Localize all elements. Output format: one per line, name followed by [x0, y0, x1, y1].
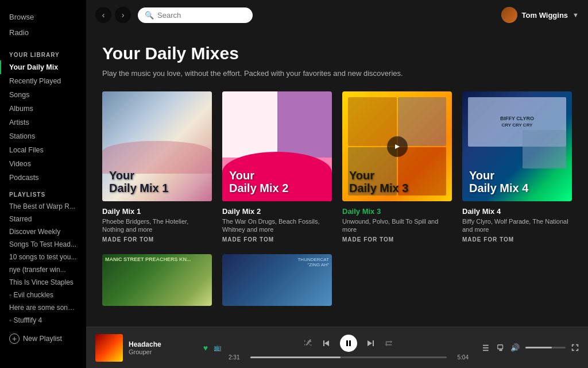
mixes-grid: YourDaily Mix 1 Daily Mix 1 Phoebe Bridg… — [102, 91, 572, 243]
svg-rect-2 — [483, 344, 489, 346]
sidebar-item-local-files[interactable]: Local Files — [0, 143, 86, 157]
page-subtitle: Play the music you love, without the eff… — [102, 69, 572, 78]
playlist-item-vince-staples[interactable]: This Is Vince Staples — [0, 276, 86, 289]
sidebar-item-radio[interactable]: Radio — [0, 25, 86, 40]
shuffle-button[interactable] — [304, 339, 312, 347]
playlist-item-10-songs[interactable]: 10 songs to test you... — [0, 251, 86, 263]
heart-icon[interactable]: ♥ — [203, 343, 208, 352]
fullscreen-icon[interactable] — [571, 344, 579, 351]
sidebar-item-podcasts[interactable]: Podcasts — [0, 171, 86, 185]
mix-3-made-for: MADE FOR TOM — [342, 236, 452, 243]
page-title: Your Daily Mixes — [102, 44, 572, 63]
mix-1-title: Daily Mix 1 — [102, 207, 212, 216]
volume-fill — [525, 347, 552, 348]
time-current: 2:31 — [229, 354, 246, 361]
player-track-name: Headache — [129, 340, 198, 348]
mix-2-artists: The War On Drugs, Beach Fossils, Whitney… — [222, 217, 332, 234]
playlists-section-label: PLAYLISTS — [0, 185, 86, 200]
queue-icon[interactable] — [483, 344, 491, 352]
chevron-down-icon: ▼ — [572, 12, 579, 18]
sidebar: Browse Radio YOUR LIBRARY Your Daily Mix… — [0, 0, 86, 368]
sidebar-nav: Browse Radio — [0, 0, 86, 45]
pause-button[interactable] — [340, 335, 357, 352]
mix-4-title: Daily Mix 4 — [462, 207, 572, 216]
back-button[interactable]: ‹ — [95, 7, 111, 23]
progress-track[interactable] — [250, 356, 447, 358]
sidebar-item-songs[interactable]: Songs — [0, 88, 86, 102]
player: Headache Grouper ♥ 📺 — [86, 327, 588, 368]
playlist-item-songs-test[interactable]: Songs To Test Head... — [0, 238, 86, 251]
mix-4-made-for: MADE FOR TOM — [462, 236, 572, 243]
mix-4-artists: Biffy Clyro, Wolf Parade, The National a… — [462, 217, 572, 234]
player-buttons — [304, 335, 393, 352]
user-name[interactable]: Tom Wiggins — [522, 11, 568, 20]
topbar-right: Tom Wiggins ▼ — [501, 7, 579, 23]
forward-button[interactable]: › — [115, 7, 131, 23]
device-picker-icon[interactable] — [497, 344, 505, 352]
avatar — [501, 7, 517, 23]
mix-3-artists: Unwound, Polvo, Built To Spill and more — [342, 217, 452, 234]
mix-card-4[interactable]: BIFFY CLYROCRY CRY CRY YourDaily Mix 4 D… — [462, 91, 572, 243]
mix-cover-2: YourDaily Mix 2 — [222, 91, 332, 201]
mix-2-label: YourDaily Mix 2 — [229, 169, 288, 194]
progress-fill — [250, 356, 341, 358]
sidebar-item-artists[interactable]: Artists — [0, 116, 86, 129]
player-right: 🔊 — [475, 343, 579, 352]
playlist-item-evil-chuckles[interactable]: ◦ Evil chuckles — [0, 289, 86, 301]
svg-rect-1 — [349, 340, 351, 346]
search-input[interactable] — [157, 11, 246, 20]
sidebar-item-recently-played[interactable]: Recently Played — [0, 74, 86, 88]
playlist-item-warp[interactable]: The Best of Warp R... — [0, 200, 86, 213]
new-playlist-button[interactable]: + New Playlist — [0, 329, 86, 348]
mix-cover-1: YourDaily Mix 1 — [102, 91, 212, 201]
sidebar-item-browse[interactable]: Browse — [0, 9, 86, 25]
mixes-grid-partial: MANIC STREET PREACHERS KN... THUNDERCAT"… — [102, 254, 572, 306]
sidebar-item-albums[interactable]: Albums — [0, 102, 86, 116]
playlist-item-nye[interactable]: nye (transfer win... — [0, 263, 86, 276]
volume-bar[interactable] — [525, 347, 566, 348]
playlist-item-discover[interactable]: Discover Weekly — [0, 225, 86, 238]
mix-3-title: Daily Mix 3 — [342, 207, 452, 216]
repeat-button[interactable] — [385, 339, 393, 347]
svg-rect-6 — [499, 349, 502, 351]
search-icon: 🔍 — [145, 11, 154, 20]
nav-arrows: ‹ › — [95, 7, 131, 23]
playlist-item-stufffify[interactable]: ◦ Stufffify 4 — [0, 314, 86, 327]
svg-rect-4 — [483, 350, 489, 351]
mix-1-made-for: MADE FOR TOM — [102, 236, 212, 243]
svg-rect-3 — [483, 347, 489, 348]
device-icon: 📺 — [214, 344, 222, 351]
mix-2-title: Daily Mix 2 — [222, 207, 332, 216]
svg-rect-5 — [498, 344, 503, 348]
time-total: 5:04 — [451, 354, 469, 361]
mix-card-2[interactable]: YourDaily Mix 2 Daily Mix 2 The War On D… — [222, 91, 332, 243]
mix-card-5-partial[interactable]: MANIC STREET PREACHERS KN... — [102, 254, 212, 306]
mix-card-3[interactable]: YourDaily Mix 3 Daily Mix 3 Unwound, Pol… — [342, 91, 452, 243]
sidebar-item-your-daily-mix[interactable]: Your Daily Mix — [0, 60, 86, 74]
player-track: Headache Grouper ♥ 📺 — [95, 334, 222, 362]
sidebar-item-videos[interactable]: Videos — [0, 157, 86, 171]
mix-card-1[interactable]: YourDaily Mix 1 Daily Mix 1 Phoebe Bridg… — [102, 91, 212, 243]
player-track-info: Headache Grouper — [129, 340, 198, 355]
mix-1-label: YourDaily Mix 1 — [109, 169, 168, 194]
mix-card-6-partial[interactable]: THUNDERCAT"ZING AH" — [222, 254, 332, 306]
sidebar-item-stations[interactable]: Stations — [0, 129, 86, 143]
library-section-label: YOUR LIBRARY — [0, 45, 86, 60]
mix-3-label: YourDaily Mix 3 — [349, 169, 408, 194]
progress-bar-container: 2:31 5:04 — [229, 354, 469, 361]
player-controls: 2:31 5:04 — [229, 335, 469, 361]
playlist-item-starred[interactable]: Starred — [0, 213, 86, 225]
player-track-artist: Grouper — [129, 348, 198, 355]
volume-icon: 🔊 — [510, 343, 520, 352]
mix-1-artists: Phoebe Bridgers, The Hotelier, Nothing a… — [102, 217, 212, 234]
mix-cover-4: BIFFY CLYROCRY CRY CRY YourDaily Mix 4 — [462, 91, 572, 201]
plus-circle-icon: + — [9, 334, 20, 344]
previous-button[interactable] — [322, 339, 331, 348]
now-playing-icon — [387, 136, 408, 157]
player-thumbnail — [95, 334, 123, 362]
next-button[interactable] — [366, 339, 376, 348]
playlist-item-here-songs[interactable]: Here are some song... — [0, 301, 86, 314]
search-bar: 🔍 — [138, 7, 253, 23]
mix-4-label: YourDaily Mix 4 — [469, 169, 528, 194]
svg-rect-0 — [346, 340, 348, 346]
